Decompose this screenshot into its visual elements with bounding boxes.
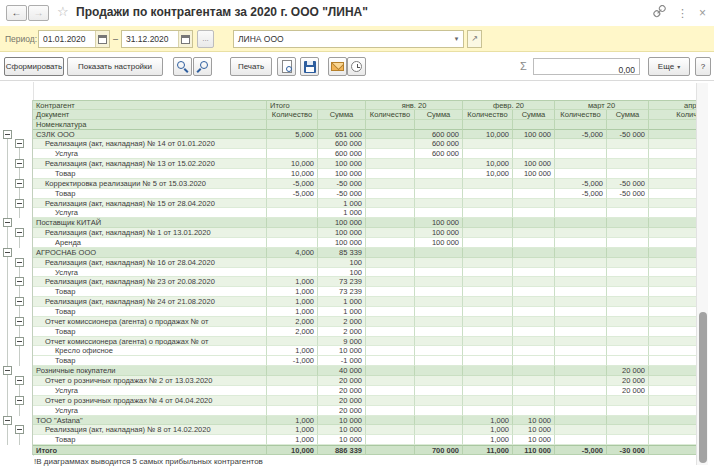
- value-cell[interactable]: 100 000: [318, 159, 366, 169]
- table-row[interactable]: Товар1,00073 239: [0, 287, 696, 297]
- value-cell[interactable]: -5,000: [555, 179, 607, 189]
- table-row[interactable]: Реализация (акт, накладная) № 24 от 21.0…: [0, 297, 696, 307]
- save-button[interactable]: [300, 57, 319, 76]
- value-cell[interactable]: [463, 228, 513, 238]
- value-cell[interactable]: [513, 346, 555, 356]
- value-cell[interactable]: [649, 130, 696, 140]
- value-cell[interactable]: 20 000: [318, 386, 366, 396]
- value-cell[interactable]: [649, 356, 696, 366]
- chevron-down-icon[interactable]: ▾: [450, 35, 463, 43]
- value-cell[interactable]: [463, 248, 513, 258]
- value-cell[interactable]: 10,000: [267, 445, 318, 455]
- value-cell[interactable]: [607, 356, 649, 366]
- expand-button[interactable]: [3, 416, 12, 425]
- subheader-cell[interactable]: Сумма: [607, 110, 649, 120]
- value-cell[interactable]: [267, 218, 318, 228]
- value-cell[interactable]: 1 000: [318, 199, 366, 209]
- value-cell[interactable]: [415, 356, 463, 366]
- value-cell[interactable]: [649, 346, 696, 356]
- org-combobox[interactable]: ЛИНА ООО ▾: [233, 30, 464, 48]
- value-cell[interactable]: [649, 435, 696, 445]
- table-row[interactable]: Услуга20 00020 000: [0, 386, 696, 396]
- table-row[interactable]: Товар-5,000-50 000-5,000-50 000: [0, 189, 696, 199]
- value-cell[interactable]: [463, 376, 513, 386]
- value-cell[interactable]: [513, 356, 555, 366]
- value-cell[interactable]: [366, 208, 415, 218]
- value-cell[interactable]: [649, 149, 696, 159]
- value-cell[interactable]: [555, 307, 607, 317]
- value-cell[interactable]: [607, 435, 649, 445]
- value-cell[interactable]: 100: [318, 258, 366, 268]
- row-label-cell[interactable]: Розничные покупатели: [33, 366, 267, 376]
- row-label-cell[interactable]: Услуга: [33, 386, 267, 396]
- value-cell[interactable]: [555, 228, 607, 238]
- value-cell[interactable]: [415, 268, 463, 278]
- value-cell[interactable]: [267, 376, 318, 386]
- value-cell[interactable]: [366, 356, 415, 366]
- value-cell[interactable]: 600 000: [318, 149, 366, 159]
- value-cell[interactable]: [366, 327, 415, 337]
- value-cell[interactable]: 1,000: [463, 435, 513, 445]
- value-cell[interactable]: [607, 396, 649, 406]
- row-label-cell[interactable]: Отчет о розничных продажах № 4 от 04.04.…: [33, 396, 267, 406]
- value-cell[interactable]: [513, 258, 555, 268]
- value-cell[interactable]: [415, 159, 463, 169]
- value-cell[interactable]: 9 000: [318, 337, 366, 347]
- value-cell[interactable]: [366, 425, 415, 435]
- value-cell[interactable]: [463, 149, 513, 159]
- value-cell[interactable]: [649, 159, 696, 169]
- value-cell[interactable]: [513, 179, 555, 189]
- value-cell[interactable]: [415, 327, 463, 337]
- value-cell[interactable]: 1 000: [318, 208, 366, 218]
- value-cell[interactable]: [366, 386, 415, 396]
- expand-button[interactable]: [3, 130, 12, 139]
- value-cell[interactable]: [267, 149, 318, 159]
- value-cell[interactable]: 1,000: [267, 297, 318, 307]
- value-cell[interactable]: [415, 179, 463, 189]
- value-cell[interactable]: [555, 199, 607, 209]
- value-cell[interactable]: [555, 258, 607, 268]
- back-button[interactable]: ←: [6, 5, 27, 21]
- value-cell[interactable]: [415, 435, 463, 445]
- value-cell[interactable]: 10 000: [318, 425, 366, 435]
- value-cell[interactable]: [463, 268, 513, 278]
- row-label-cell[interactable]: Корректировка реализации № 5 от 15.03.20…: [33, 179, 267, 189]
- value-cell[interactable]: [366, 287, 415, 297]
- subheader-cell[interactable]: Количество: [649, 110, 696, 120]
- expand-button[interactable]: [15, 159, 24, 168]
- value-cell[interactable]: [607, 307, 649, 317]
- table-row[interactable]: Товар1,00010 0001,00010 000: [0, 435, 696, 445]
- value-cell[interactable]: [513, 218, 555, 228]
- value-cell[interactable]: 10,000: [463, 159, 513, 169]
- subheader-cell[interactable]: [555, 120, 607, 130]
- table-row[interactable]: ТОО "Astana"1,00010 0001,00010 000: [0, 416, 696, 426]
- value-cell[interactable]: -5,000: [555, 189, 607, 199]
- value-cell[interactable]: 2,000: [267, 317, 318, 327]
- value-cell[interactable]: 73 239: [318, 287, 366, 297]
- table-row[interactable]: Реализация (акт, накладная) № 15 от 28.0…: [0, 199, 696, 209]
- expand-button[interactable]: [3, 248, 12, 257]
- value-cell[interactable]: [649, 396, 696, 406]
- value-cell[interactable]: 10 000: [513, 416, 555, 426]
- expand-button[interactable]: [15, 297, 24, 306]
- subheader-cell[interactable]: Количество: [366, 110, 415, 120]
- value-cell[interactable]: [649, 445, 696, 455]
- value-cell[interactable]: 1,000: [463, 416, 513, 426]
- table-row[interactable]: СЗЛК ООО5,000651 000600 00010,000100 000…: [0, 130, 696, 140]
- value-cell[interactable]: [555, 208, 607, 218]
- value-cell[interactable]: [415, 337, 463, 347]
- value-cell[interactable]: [513, 297, 555, 307]
- value-cell[interactable]: [463, 366, 513, 376]
- value-cell[interactable]: [555, 248, 607, 258]
- value-cell[interactable]: [366, 277, 415, 287]
- value-cell[interactable]: -5,000: [267, 189, 318, 199]
- value-cell[interactable]: 10 000: [513, 425, 555, 435]
- expand-button[interactable]: [15, 277, 24, 286]
- value-cell[interactable]: 20 000: [607, 386, 649, 396]
- value-cell[interactable]: [415, 425, 463, 435]
- table-row[interactable]: Итого10,000886 339700 00011,000110 000-5…: [0, 445, 696, 455]
- value-cell[interactable]: [607, 159, 649, 169]
- subheader-cell[interactable]: [267, 120, 318, 130]
- value-cell[interactable]: [415, 277, 463, 287]
- value-cell[interactable]: 20 000: [318, 396, 366, 406]
